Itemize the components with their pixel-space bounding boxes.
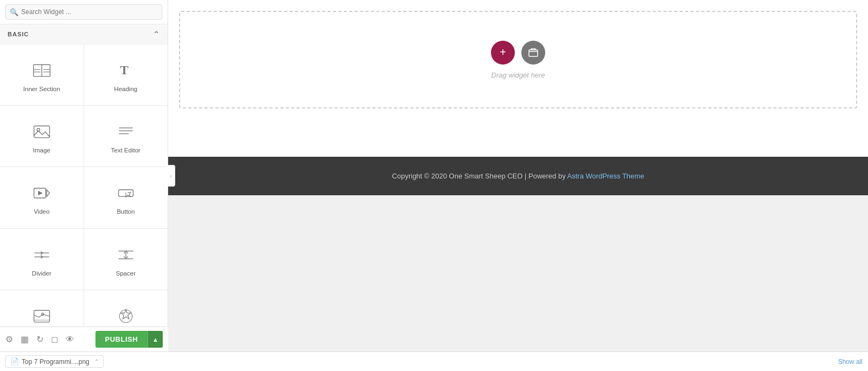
inner-section-icon <box>31 60 53 81</box>
drop-actions: + <box>491 41 545 65</box>
widget-spacer-label: Spacer <box>116 270 136 277</box>
template-button[interactable] <box>521 41 545 65</box>
widget-text-editor[interactable]: Text Editor <box>84 106 168 167</box>
widget-panel: 🔍 BASIC ⌃ <box>0 0 168 351</box>
canvas-area: + Drag widget here Copyright © 2020 One … <box>168 0 868 351</box>
widget-video-label: Video <box>34 208 49 215</box>
svg-rect-7 <box>34 126 49 138</box>
svg-marker-13 <box>47 190 49 197</box>
settings-icon[interactable]: ⚙ <box>5 334 13 344</box>
basic-section-header[interactable]: BASIC ⌃ <box>0 24 168 44</box>
widget-button[interactable]: Button <box>84 167 168 228</box>
spacer-icon <box>115 244 137 266</box>
drop-zone[interactable]: + Drag widget here <box>179 11 857 108</box>
widget-button-label: Button <box>117 208 135 215</box>
search-bar: 🔍 <box>0 0 168 24</box>
widget-spacer[interactable]: Spacer <box>84 229 168 290</box>
bottom-toolbar: ⚙ ▦ ↻ ◻ 👁 PUBLISH ▲ <box>0 327 168 351</box>
divider-icon <box>31 244 53 266</box>
file-icon: 📄 <box>10 357 19 366</box>
chevron-down-icon: ⌃ <box>153 30 160 39</box>
responsive-icon[interactable]: ◻ <box>51 334 58 344</box>
collapse-icon: ‹ <box>170 173 172 179</box>
widgets-grid: Inner Section T Heading <box>0 44 168 351</box>
footer-link[interactable]: Astra WordPress Theme <box>567 172 644 180</box>
layers-icon[interactable]: ▦ <box>21 334 29 344</box>
section-label: BASIC <box>8 31 29 37</box>
preview-icon[interactable]: 👁 <box>66 335 74 344</box>
collapse-handle[interactable]: ‹ <box>168 165 175 187</box>
button-icon <box>115 182 137 204</box>
show-all-button[interactable]: Show all <box>838 358 863 366</box>
widget-image[interactable]: Image <box>0 106 84 167</box>
heading-icon: T <box>115 60 137 81</box>
widget-divider-label: Divider <box>32 270 52 277</box>
taskbar-file-name: Top 7 Programmi....png <box>22 358 90 366</box>
svg-rect-29 <box>529 50 538 56</box>
image-icon <box>31 121 53 143</box>
site-footer: Copyright © 2020 One Smart Sheep CEO | P… <box>168 157 868 195</box>
widget-image-label: Image <box>33 147 50 153</box>
search-icon: 🔍 <box>10 8 18 16</box>
drop-hint: Drag widget here <box>492 71 545 79</box>
taskbar-file-item[interactable]: 📄 Top 7 Programmi....png ⌃ <box>5 355 104 368</box>
video-icon <box>31 182 53 204</box>
search-input[interactable] <box>5 4 162 20</box>
footer-text: Copyright © 2020 One Smart Sheep CEO | P… <box>392 172 567 180</box>
widget-divider[interactable]: Divider <box>0 229 84 290</box>
widget-inner-section[interactable]: Inner Section <box>0 44 84 106</box>
widget-heading[interactable]: T Heading <box>84 44 168 106</box>
widget-inner-section-label: Inner Section <box>23 86 60 92</box>
page-content: + Drag widget here <box>168 0 868 157</box>
svg-point-28 <box>119 310 132 322</box>
history-icon[interactable]: ↻ <box>36 334 43 344</box>
svg-text:T: T <box>120 63 129 77</box>
google-maps-icon <box>31 305 53 327</box>
canvas-below-footer <box>168 195 868 352</box>
icon-widget-icon <box>115 305 137 327</box>
taskbar: 📄 Top 7 Programmi....png ⌃ Show all <box>0 351 868 371</box>
taskbar-chevron-icon: ⌃ <box>94 359 99 364</box>
publish-button[interactable]: PUBLISH <box>95 331 148 348</box>
add-widget-button[interactable]: + <box>491 41 515 65</box>
publish-dropdown-button[interactable]: ▲ <box>148 331 163 348</box>
svg-marker-14 <box>38 191 42 195</box>
widget-heading-label: Heading <box>114 86 137 92</box>
publish-button-group: PUBLISH ▲ <box>95 331 163 348</box>
widget-text-editor-label: Text Editor <box>111 147 141 153</box>
text-editor-icon <box>115 121 137 143</box>
widget-video[interactable]: Video <box>0 167 84 228</box>
